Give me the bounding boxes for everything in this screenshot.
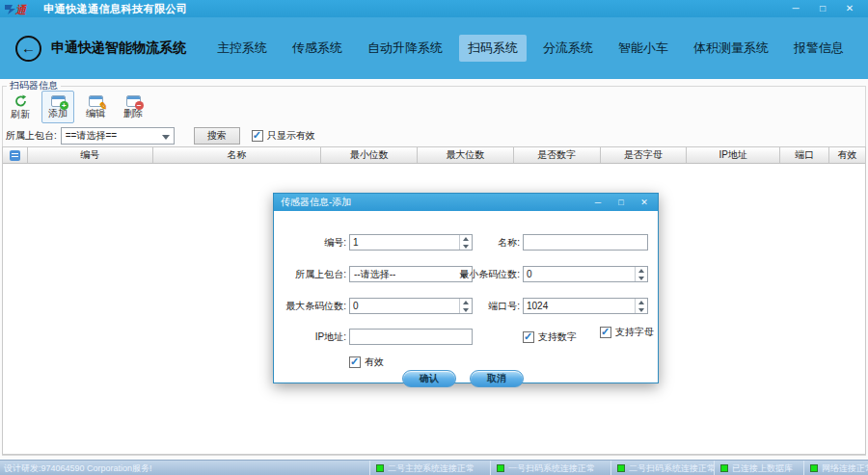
station-label: 所属上包台: (274, 266, 346, 282)
show-valid-label: 只显示有效 (267, 129, 315, 143)
col-header-valid[interactable]: 有效 (829, 147, 865, 163)
min-digits-label: 最小条码位数: (448, 266, 520, 282)
table-select-all-icon (10, 150, 20, 161)
col-header-name[interactable]: 名称 (153, 147, 322, 163)
support-digit-label: 支持数字 (538, 330, 577, 344)
window-controls: ─ □ ✕ (789, 1, 864, 16)
cancel-button[interactable]: 取消 (470, 370, 524, 387)
col-header-is-alpha[interactable]: 是否字母 (601, 147, 688, 163)
nav-item-smart-cart[interactable]: 智能小车 (610, 35, 677, 62)
nav-item-sensor-system[interactable]: 传感系统 (284, 35, 351, 62)
port-label: 端口号: (448, 298, 520, 314)
status-network: 网络连接正常 (803, 461, 868, 475)
company-logo-icon: 通 (4, 3, 39, 15)
toolbar: 刷新 + 添加 ✎ 编辑 − 删除 (4, 91, 149, 125)
status-scanner1: 一号扫码系统连接正常 (490, 461, 595, 475)
minimize-button[interactable]: ─ (789, 1, 802, 16)
add-button[interactable]: + 添加 (41, 91, 74, 123)
support-digit-checkbox-wrap[interactable]: 支持数字 (523, 330, 577, 344)
navbar: ← 申通快递智能物流系统 主控系统 传感系统 自动升降系统 扫码系统 分流系统 … (0, 17, 868, 79)
show-valid-checkbox[interactable] (252, 130, 263, 142)
max-digits-input[interactable] (350, 299, 459, 313)
support-letter-label: 支持字母 (615, 326, 654, 339)
chevron-down-icon (162, 135, 170, 140)
nav-item-lift-system[interactable]: 自动升降系统 (359, 35, 451, 62)
valid-checkbox-wrap[interactable]: 有效 (349, 356, 384, 369)
name-label: 名称: (448, 234, 520, 251)
search-button[interactable]: 搜索 (194, 127, 240, 145)
svg-text:通: 通 (14, 4, 27, 15)
add-icon: + (51, 95, 66, 107)
status-master2: 二号主控系统连接正常 (369, 461, 475, 475)
back-button[interactable]: ← (15, 36, 41, 62)
ip-label: IP地址: (274, 329, 346, 345)
port-spinner-icons[interactable] (635, 299, 647, 313)
col-header-max-digits[interactable]: 最大位数 (418, 147, 514, 163)
support-letter-checkbox-wrap[interactable]: 支持字母 (600, 326, 654, 339)
confirm-button[interactable]: 确认 (402, 370, 456, 387)
station-filter-select[interactable]: ==请选择== (61, 127, 175, 145)
filter-bar: 所属上包台: ==请选择== 搜索 只显示有效 (6, 126, 315, 145)
valid-label: 有效 (365, 356, 384, 369)
delete-button[interactable]: − 删除 (117, 91, 149, 123)
id-input[interactable] (350, 235, 459, 250)
status-led-icon (720, 464, 728, 472)
dialog-titlebar[interactable]: 传感器信息-添加 ─ □ ✕ (274, 194, 658, 211)
id-label: 编号: (274, 234, 346, 251)
close-button[interactable]: ✕ (843, 1, 856, 16)
valid-checkbox[interactable] (349, 356, 361, 368)
window-title: 申通快递通信息科技有限公司 (43, 2, 188, 16)
back-arrow-icon: ← (21, 40, 36, 55)
maximize-button[interactable]: □ (816, 1, 829, 16)
ip-input[interactable] (349, 329, 473, 345)
app-window: 通 申通快递通信息科技有限公司 ─ □ ✕ ← 申通快递智能物流系统 主控系统 … (0, 0, 868, 475)
nav-item-scan-system[interactable]: 扫码系统 (459, 35, 527, 62)
col-header-min-digits[interactable]: 最小位数 (321, 147, 418, 163)
name-input[interactable] (523, 234, 648, 251)
add-label: 添加 (48, 109, 68, 119)
titlebar: 通 申通快递通信息科技有限公司 ─ □ ✕ (0, 0, 868, 17)
col-header-id[interactable]: 编号 (28, 147, 153, 163)
status-led-icon (617, 464, 625, 472)
min-digits-input[interactable] (524, 267, 635, 281)
copyright-text: 设计研发:974064590 Corporation服务! (4, 462, 152, 475)
main-nav: 主控系统 传感系统 自动升降系统 扫码系统 分流系统 智能小车 体积测量系统 报… (208, 35, 868, 62)
nav-item-master-system[interactable]: 主控系统 (208, 35, 276, 62)
statusbar: 设计研发:974064590 Corporation服务! 二号主控系统连接正常… (0, 460, 868, 475)
col-header-ip[interactable]: IP地址 (687, 147, 780, 163)
port-input[interactable] (524, 299, 635, 313)
min-digits-stepper[interactable] (523, 266, 648, 282)
status-led-icon (376, 464, 384, 472)
min-digits-spinner-icons[interactable] (635, 267, 647, 281)
dialog-maximize-button[interactable]: □ (615, 195, 627, 210)
support-letter-checkbox[interactable] (600, 327, 611, 338)
nav-item-volume-system[interactable]: 体积测量系统 (685, 35, 777, 62)
station-select-value: --请选择-- (354, 268, 395, 281)
dialog-minimize-button[interactable]: ─ (592, 195, 604, 210)
port-stepper[interactable] (523, 298, 648, 314)
edit-icon: ✎ (89, 95, 103, 107)
refresh-button[interactable]: 刷新 (4, 91, 37, 123)
col-header-port[interactable]: 端口 (780, 147, 829, 163)
delete-icon: − (126, 95, 141, 107)
page-title: 申通快递智能物流系统 (51, 40, 186, 57)
table-header-row: 编号 名称 最小位数 最大位数 是否数字 是否字母 IP地址 端口 有效 (3, 147, 865, 164)
station-filter-value: ==请选择== (66, 129, 117, 143)
dialog-controls: ─ □ ✕ (592, 195, 658, 210)
table-corner-cell[interactable] (3, 147, 28, 163)
dialog-close-button[interactable]: ✕ (638, 195, 650, 210)
dialog-title: 传感器信息-添加 (274, 196, 351, 209)
nav-item-sorting-system[interactable]: 分流系统 (534, 35, 602, 62)
edit-button[interactable]: ✎ 编辑 (79, 91, 112, 123)
show-valid-checkbox-wrap[interactable]: 只显示有效 (252, 129, 315, 143)
add-scanner-dialog: 传感器信息-添加 ─ □ ✕ 编号: 名称: 所属上包台: --请选择-- 最小… (273, 193, 659, 383)
refresh-label: 刷新 (11, 110, 30, 119)
nav-item-alarm-info[interactable]: 报警信息 (785, 35, 853, 62)
support-digit-checkbox[interactable] (523, 331, 534, 343)
delete-label: 删除 (123, 109, 143, 119)
status-database: 已连接上数据库 (714, 461, 793, 475)
refresh-icon (14, 94, 28, 108)
status-led-icon (497, 464, 504, 472)
station-filter-label: 所属上包台: (6, 129, 57, 143)
col-header-is-numeric[interactable]: 是否数字 (514, 147, 601, 163)
